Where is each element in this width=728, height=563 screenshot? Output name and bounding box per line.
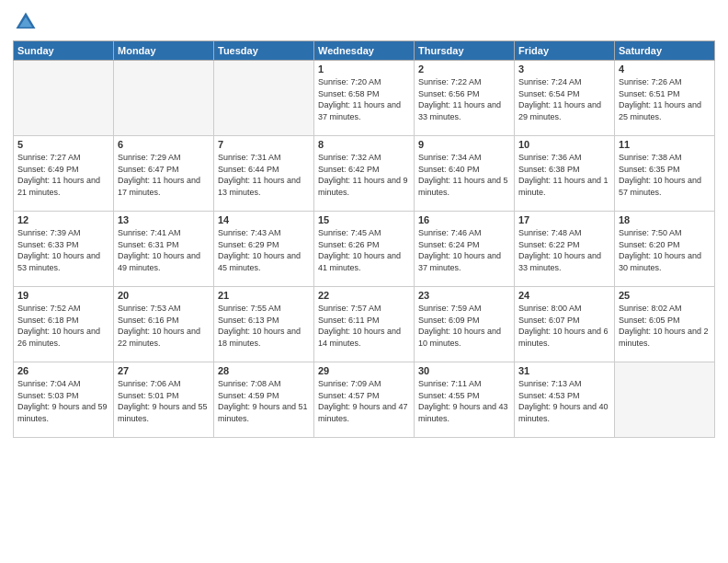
day-number: 24 [518, 290, 610, 301]
day-info: Sunrise: 7:39 AMSunset: 6:33 PMDaylight:… [17, 227, 109, 273]
calendar-week-row: 1Sunrise: 7:20 AMSunset: 6:58 PMDaylight… [14, 61, 715, 136]
day-number: 3 [518, 63, 610, 75]
weekday-header-tuesday: Tuesday [214, 41, 314, 61]
day-number: 5 [17, 139, 109, 150]
day-info: Sunrise: 7:59 AMSunset: 6:09 PMDaylight:… [418, 303, 510, 349]
day-info: Sunrise: 7:22 AMSunset: 6:56 PMDaylight:… [418, 76, 510, 122]
calendar-cell: 6Sunrise: 7:29 AMSunset: 6:47 PMDaylight… [114, 136, 214, 212]
calendar-cell: 20Sunrise: 7:53 AMSunset: 6:16 PMDayligh… [114, 287, 214, 362]
day-number: 22 [318, 290, 410, 301]
day-number: 11 [619, 139, 711, 150]
calendar-cell: 1Sunrise: 7:20 AMSunset: 6:58 PMDaylight… [314, 61, 415, 136]
day-number: 31 [518, 365, 610, 376]
day-number: 12 [17, 214, 109, 225]
calendar-cell: 12Sunrise: 7:39 AMSunset: 6:33 PMDayligh… [14, 212, 114, 287]
page-header [13, 9, 715, 35]
day-info: Sunrise: 7:45 AMSunset: 6:26 PMDaylight:… [318, 227, 410, 273]
calendar-cell: 29Sunrise: 7:09 AMSunset: 4:57 PMDayligh… [314, 362, 415, 438]
logo-icon [13, 9, 39, 35]
day-number: 17 [518, 214, 610, 225]
calendar-table: SundayMondayTuesdayWednesdayThursdayFrid… [13, 40, 715, 438]
weekday-header-monday: Monday [114, 41, 214, 61]
day-number: 26 [17, 365, 109, 376]
calendar-cell: 14Sunrise: 7:43 AMSunset: 6:29 PMDayligh… [214, 212, 314, 287]
weekday-header-sunday: Sunday [14, 41, 114, 61]
calendar-week-row: 26Sunrise: 7:04 AMSunset: 5:03 PMDayligh… [14, 362, 715, 438]
day-number: 20 [118, 290, 210, 301]
day-info: Sunrise: 7:29 AMSunset: 6:47 PMDaylight:… [118, 152, 210, 198]
calendar-cell: 2Sunrise: 7:22 AMSunset: 6:56 PMDaylight… [415, 61, 515, 136]
day-info: Sunrise: 7:26 AMSunset: 6:51 PMDaylight:… [619, 76, 711, 122]
calendar-cell [14, 61, 114, 136]
calendar-cell: 5Sunrise: 7:27 AMSunset: 6:49 PMDaylight… [14, 136, 114, 212]
day-info: Sunrise: 7:13 AMSunset: 4:53 PMDaylight:… [518, 378, 610, 424]
calendar-cell [114, 61, 214, 136]
weekday-header-saturday: Saturday [615, 41, 715, 61]
day-number: 2 [418, 63, 510, 75]
calendar-cell: 23Sunrise: 7:59 AMSunset: 6:09 PMDayligh… [415, 287, 515, 362]
day-number: 7 [218, 139, 310, 150]
calendar-cell: 24Sunrise: 8:00 AMSunset: 6:07 PMDayligh… [515, 287, 615, 362]
calendar-cell: 19Sunrise: 7:52 AMSunset: 6:18 PMDayligh… [14, 287, 114, 362]
calendar-cell: 15Sunrise: 7:45 AMSunset: 6:26 PMDayligh… [314, 212, 415, 287]
day-info: Sunrise: 7:38 AMSunset: 6:35 PMDaylight:… [619, 152, 711, 198]
day-number: 19 [17, 290, 109, 301]
calendar-cell: 25Sunrise: 8:02 AMSunset: 6:05 PMDayligh… [615, 287, 715, 362]
calendar-cell: 13Sunrise: 7:41 AMSunset: 6:31 PMDayligh… [114, 212, 214, 287]
calendar-cell: 10Sunrise: 7:36 AMSunset: 6:38 PMDayligh… [515, 136, 615, 212]
day-info: Sunrise: 7:43 AMSunset: 6:29 PMDaylight:… [218, 227, 310, 273]
calendar-cell: 8Sunrise: 7:32 AMSunset: 6:42 PMDaylight… [314, 136, 415, 212]
calendar-week-row: 12Sunrise: 7:39 AMSunset: 6:33 PMDayligh… [14, 212, 715, 287]
day-info: Sunrise: 7:31 AMSunset: 6:44 PMDaylight:… [218, 152, 310, 198]
day-number: 25 [619, 290, 711, 301]
calendar-cell: 11Sunrise: 7:38 AMSunset: 6:35 PMDayligh… [615, 136, 715, 212]
calendar-cell: 7Sunrise: 7:31 AMSunset: 6:44 PMDaylight… [214, 136, 314, 212]
day-number: 15 [318, 214, 410, 225]
weekday-header-row: SundayMondayTuesdayWednesdayThursdayFrid… [14, 41, 715, 61]
day-info: Sunrise: 7:41 AMSunset: 6:31 PMDaylight:… [118, 227, 210, 273]
calendar-cell: 26Sunrise: 7:04 AMSunset: 5:03 PMDayligh… [14, 362, 114, 438]
day-info: Sunrise: 7:53 AMSunset: 6:16 PMDaylight:… [118, 303, 210, 349]
day-number: 6 [118, 139, 210, 150]
calendar-cell: 17Sunrise: 7:48 AMSunset: 6:22 PMDayligh… [515, 212, 615, 287]
calendar-cell: 4Sunrise: 7:26 AMSunset: 6:51 PMDaylight… [615, 61, 715, 136]
day-info: Sunrise: 7:09 AMSunset: 4:57 PMDaylight:… [318, 378, 410, 424]
day-info: Sunrise: 7:08 AMSunset: 4:59 PMDaylight:… [218, 378, 310, 424]
calendar-cell: 16Sunrise: 7:46 AMSunset: 6:24 PMDayligh… [415, 212, 515, 287]
day-info: Sunrise: 7:11 AMSunset: 4:55 PMDaylight:… [418, 378, 510, 424]
day-number: 9 [418, 139, 510, 150]
weekday-header-thursday: Thursday [415, 41, 515, 61]
day-info: Sunrise: 7:06 AMSunset: 5:01 PMDaylight:… [118, 378, 210, 424]
calendar-cell: 22Sunrise: 7:57 AMSunset: 6:11 PMDayligh… [314, 287, 415, 362]
day-number: 23 [418, 290, 510, 301]
day-info: Sunrise: 8:00 AMSunset: 6:07 PMDaylight:… [518, 303, 610, 349]
day-info: Sunrise: 7:50 AMSunset: 6:20 PMDaylight:… [619, 227, 711, 273]
day-number: 29 [318, 365, 410, 376]
calendar-cell: 27Sunrise: 7:06 AMSunset: 5:01 PMDayligh… [114, 362, 214, 438]
day-info: Sunrise: 8:02 AMSunset: 6:05 PMDaylight:… [619, 303, 711, 349]
calendar-cell: 28Sunrise: 7:08 AMSunset: 4:59 PMDayligh… [214, 362, 314, 438]
day-info: Sunrise: 7:52 AMSunset: 6:18 PMDaylight:… [17, 303, 109, 349]
calendar-cell [615, 362, 715, 438]
day-info: Sunrise: 7:55 AMSunset: 6:13 PMDaylight:… [218, 303, 310, 349]
day-number: 13 [118, 214, 210, 225]
logo [13, 9, 40, 35]
calendar-week-row: 5Sunrise: 7:27 AMSunset: 6:49 PMDaylight… [14, 136, 715, 212]
day-info: Sunrise: 7:46 AMSunset: 6:24 PMDaylight:… [418, 227, 510, 273]
day-number: 27 [118, 365, 210, 376]
day-number: 8 [318, 139, 410, 150]
day-info: Sunrise: 7:27 AMSunset: 6:49 PMDaylight:… [17, 152, 109, 198]
day-number: 16 [418, 214, 510, 225]
calendar-cell [214, 61, 314, 136]
day-number: 28 [218, 365, 310, 376]
day-number: 14 [218, 214, 310, 225]
calendar-cell: 9Sunrise: 7:34 AMSunset: 6:40 PMDaylight… [415, 136, 515, 212]
day-info: Sunrise: 7:24 AMSunset: 6:54 PMDaylight:… [518, 76, 610, 122]
day-info: Sunrise: 7:57 AMSunset: 6:11 PMDaylight:… [318, 303, 410, 349]
calendar-cell: 31Sunrise: 7:13 AMSunset: 4:53 PMDayligh… [515, 362, 615, 438]
weekday-header-friday: Friday [515, 41, 615, 61]
weekday-header-wednesday: Wednesday [314, 41, 415, 61]
day-info: Sunrise: 7:48 AMSunset: 6:22 PMDaylight:… [518, 227, 610, 273]
day-number: 21 [218, 290, 310, 301]
day-number: 1 [318, 63, 410, 75]
